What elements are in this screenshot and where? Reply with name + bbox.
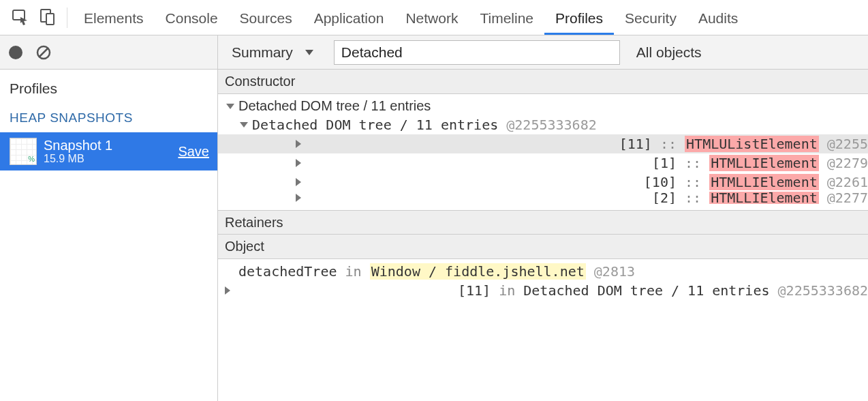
- main-area: Profiles HEAP SNAPSHOTS % Snapshot 1 15.…: [0, 35, 868, 401]
- tree-row-sep: ::: [685, 174, 701, 190]
- profiles-toolbar: [0, 35, 217, 70]
- class-filter-input[interactable]: [334, 40, 620, 65]
- tree-group[interactable]: Detached DOM tree / 11 entries @22553336…: [225, 115, 868, 134]
- tree-row-count: [2]: [652, 192, 677, 204]
- chevron-down-icon: [305, 50, 313, 55]
- tree-row-type: HTMLUListElement: [685, 136, 819, 152]
- retainer-window: Window / fiddle.jshell.net: [370, 263, 586, 280]
- tree-row-type: HTMLLIElement: [709, 174, 819, 190]
- snapshot-item[interactable]: % Snapshot 1 15.9 MB Save: [0, 132, 217, 170]
- expand-arrow-icon[interactable]: [296, 159, 648, 167]
- retainers-header[interactable]: Retainers: [218, 210, 868, 235]
- tree-row-count: [11]: [619, 136, 652, 152]
- expand-arrow-icon[interactable]: [296, 140, 615, 148]
- expand-arrow-icon[interactable]: [296, 194, 648, 202]
- retainer-id: @2255333682: [778, 282, 868, 299]
- profiles-body: Profiles HEAP SNAPSHOTS % Snapshot 1 15.…: [0, 70, 217, 401]
- tree-root-label: Detached DOM tree / 11 entries: [238, 98, 431, 114]
- tabstrip-divider: [67, 8, 67, 28]
- snapshot-icon: %: [10, 138, 37, 165]
- tab-audits[interactable]: Audits: [687, 0, 749, 35]
- expand-arrow-icon[interactable]: [240, 122, 248, 128]
- retainer-in: in: [499, 282, 515, 299]
- retainer-count: [11]: [458, 282, 491, 299]
- right-panel: Summary All objects Constructor Detached…: [218, 35, 868, 401]
- tree-group-label: Detached DOM tree / 11 entries: [252, 117, 498, 133]
- tree-row[interactable]: [11] :: HTMLUListElement @2255: [218, 134, 868, 153]
- tab-timeline[interactable]: Timeline: [469, 0, 544, 35]
- tree-row-id: @2279: [827, 155, 868, 171]
- retainer-in: in: [345, 263, 362, 280]
- clear-icon[interactable]: [35, 44, 52, 61]
- expand-arrow-icon[interactable]: [226, 104, 234, 109]
- retainer-window-id: @2813: [594, 263, 635, 280]
- snapshot-text: Snapshot 1 15.9 MB: [44, 138, 178, 165]
- tree-row-id: @2261: [827, 174, 868, 190]
- constructor-tree: Detached DOM tree / 11 entries Detached …: [218, 94, 868, 210]
- view-select-label: Summary: [232, 44, 293, 61]
- profiles-category: HEAP SNAPSHOTS: [0, 104, 217, 132]
- tree-row-sep: ::: [660, 136, 677, 152]
- expand-arrow-icon[interactable]: [296, 178, 640, 186]
- snapshot-name: Snapshot 1: [44, 138, 178, 153]
- svg-rect-2: [46, 14, 54, 25]
- tab-console[interactable]: Console: [155, 0, 229, 35]
- profiles-sidebar: Profiles HEAP SNAPSHOTS % Snapshot 1 15.…: [0, 35, 218, 401]
- tab-application[interactable]: Application: [303, 0, 395, 35]
- inspect-element-icon[interactable]: [7, 0, 34, 35]
- tree-row[interactable]: [1] :: HTMLLIElement @2279: [225, 153, 868, 173]
- tree-row-id: @2277: [827, 192, 868, 204]
- tree-row-count: [1]: [652, 155, 677, 171]
- view-select[interactable]: Summary: [228, 44, 322, 61]
- object-scope-select[interactable]: All objects: [632, 44, 702, 61]
- tree-row-id: @2255: [827, 136, 868, 152]
- retainers-tree: detachedTree in Window / fiddle.jshell.n…: [218, 259, 868, 401]
- svg-line-5: [40, 48, 48, 57]
- retainer-var: detachedTree: [238, 263, 337, 280]
- tab-sources[interactable]: Sources: [229, 0, 303, 35]
- retainer-row[interactable]: [11] in Detached DOM tree / 11 entries @…: [225, 281, 868, 300]
- tree-row-sep: ::: [685, 155, 701, 171]
- tree-row-type: HTMLLIElement: [709, 155, 819, 171]
- tab-elements[interactable]: Elements: [73, 0, 155, 35]
- constructor-header[interactable]: Constructor: [218, 70, 868, 94]
- tab-network[interactable]: Network: [394, 0, 469, 35]
- profiles-title: Profiles: [0, 70, 217, 104]
- snapshot-size: 15.9 MB: [44, 153, 178, 165]
- retainer-row[interactable]: detachedTree in Window / fiddle.jshell.n…: [225, 262, 868, 281]
- tree-root[interactable]: Detached DOM tree / 11 entries: [225, 97, 868, 115]
- tree-row[interactable]: [2] :: HTMLLIElement @2277: [225, 192, 868, 204]
- tree-row[interactable]: [10] :: HTMLLIElement @2261: [225, 173, 868, 192]
- devtools-tabstrip: ElementsConsoleSourcesApplicationNetwork…: [0, 0, 868, 35]
- right-toolbar: Summary All objects: [218, 35, 868, 70]
- device-mode-icon[interactable]: [34, 0, 61, 35]
- retainer-label: Detached DOM tree / 11 entries: [523, 282, 769, 299]
- snapshot-save-link[interactable]: Save: [178, 144, 209, 160]
- expand-arrow-icon[interactable]: [225, 286, 454, 295]
- record-icon[interactable]: [8, 45, 23, 60]
- tree-row-sep: ::: [685, 192, 701, 204]
- tab-security[interactable]: Security: [614, 0, 687, 35]
- tree-group-id: @2255333682: [506, 117, 596, 133]
- object-header[interactable]: Object: [218, 235, 868, 259]
- tree-row-count: [10]: [644, 174, 677, 190]
- tree-row-type: HTMLLIElement: [709, 192, 819, 204]
- tab-profiles[interactable]: Profiles: [544, 0, 614, 35]
- tabs-container: ElementsConsoleSourcesApplicationNetwork…: [73, 0, 749, 35]
- svg-point-3: [9, 46, 22, 59]
